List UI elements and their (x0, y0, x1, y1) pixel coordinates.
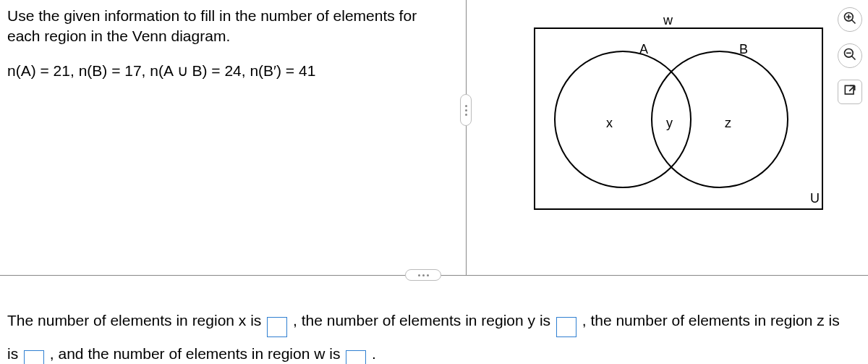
venn-region-x-label: x (606, 116, 613, 131)
zoom-in-icon (843, 11, 857, 29)
popout-button[interactable] (838, 80, 862, 104)
answer-text-4: , and the number of elements in region w… (50, 345, 344, 362)
horizontal-resize-handle[interactable] (405, 269, 441, 281)
zoom-out-icon (843, 47, 857, 65)
svg-line-5 (852, 56, 856, 59)
venn-w-label: w (663, 13, 673, 28)
venn-region-z-label: z (725, 116, 731, 131)
venn-region-y-label: y (666, 116, 673, 131)
venn-universe-label: U (810, 191, 820, 206)
answer-sentence: The number of elements in region x is , … (7, 304, 861, 364)
question-prompt: Use the given information to fill in the… (7, 6, 427, 47)
svg-rect-7 (845, 85, 854, 94)
input-region-w[interactable] (346, 350, 366, 364)
zoom-in-button[interactable] (838, 7, 862, 32)
answer-text-5: . (372, 345, 376, 362)
answer-text-1: The number of elements in region x is (7, 312, 265, 329)
answer-text-2: , the number of elements in region y is (293, 312, 555, 329)
zoom-out-button[interactable] (838, 43, 862, 68)
input-region-z[interactable] (24, 350, 44, 364)
input-region-y[interactable] (556, 317, 576, 337)
vertical-resize-handle[interactable] (460, 94, 472, 126)
venn-b-label: B (739, 42, 748, 57)
input-region-x[interactable] (267, 317, 287, 337)
vertical-divider (466, 0, 467, 275)
popout-icon (843, 83, 857, 101)
svg-line-1 (852, 20, 856, 23)
answer-text-3: , the number of elements in region z is (582, 312, 840, 329)
given-values: n(A) = 21, n(B) = 17, n(A ∪ B) = 24, n(B… (7, 62, 315, 80)
venn-a-label: A (639, 42, 648, 57)
